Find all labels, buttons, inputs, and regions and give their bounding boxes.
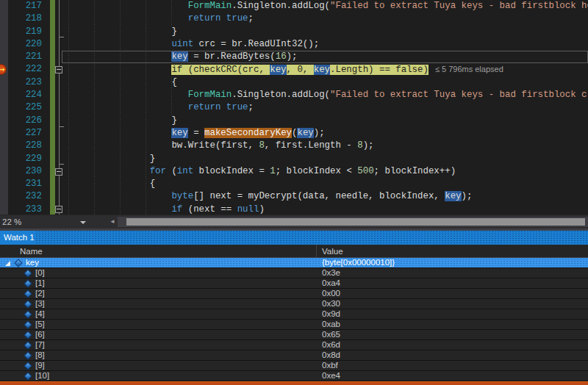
code-token: bw.Write(first, [79, 140, 259, 151]
code-token: } [79, 154, 155, 164]
code-token [79, 90, 188, 100]
status-bar [0, 381, 588, 385]
code-line-218[interactable]: return true; [79, 12, 588, 25]
code-line-222[interactable]: if (checkCRC(crc, key, 0, key.Length) ==… [79, 63, 588, 76]
code-token: (next == [182, 204, 237, 215]
code-line-232[interactable]: byte[] next = myDecrypt(data, needle, bl… [79, 190, 588, 203]
code-token [79, 204, 171, 215]
zoom-dropdown[interactable]: 22 % [0, 215, 88, 229]
code-token: crc = br.ReadUInt32(); [193, 39, 319, 49]
code-line-227[interactable]: key = makeSecondaryKey(key); [79, 127, 588, 140]
field-icon [24, 361, 32, 370]
watch-value: 0xa4 [322, 278, 340, 288]
code-token [220, 102, 226, 112]
code-line-220[interactable]: uint crc = br.ReadUInt32(); [79, 38, 588, 51]
code-token: if [171, 204, 182, 215]
code-token: ); [314, 128, 325, 138]
code-token: key [270, 65, 286, 75]
code-token: .Singleton.addLog( [232, 1, 330, 11]
code-line-224[interactable]: FormMain.Singleton.addLog("Failed to ext… [79, 89, 588, 101]
watch-name: [9] [35, 361, 45, 370]
code-line-221[interactable]: key = br.ReadBytes(16); [79, 51, 588, 63]
column-header-name[interactable]: Name [20, 245, 43, 258]
watch-value: 0x30 [322, 299, 340, 309]
field-icon [24, 341, 32, 349]
code-token: ); [363, 140, 374, 151]
watch-value: 0xbf [322, 361, 338, 370]
code-line-228[interactable]: bw.Write(first, 8, first.Length - 8); [79, 140, 588, 152]
code-token: { [79, 77, 177, 87]
code-token [79, 102, 188, 112]
watch-row-8[interactable]: [8]0x8d [0, 350, 588, 361]
watch-row-10[interactable]: [10]0xe4 [0, 371, 588, 381]
watch-row-5[interactable]: [5]0xab [0, 320, 588, 330]
watch-row-7[interactable]: [7]0x6d [0, 340, 588, 350]
code-line-219[interactable]: } [79, 26, 588, 38]
watch-name: key [26, 258, 39, 267]
code-token: } [79, 115, 177, 126]
code-line-229[interactable]: } [79, 153, 588, 165]
scroll-left-arrow-icon[interactable]: ◄ [107, 217, 118, 227]
watch-row-key[interactable]: key{byte[0x00000010]} [0, 258, 588, 268]
zoom-level-label: 22 % [0, 217, 21, 226]
code-token: = br.ReadBytes( [188, 51, 276, 62]
code-token: int [177, 166, 193, 176]
code-token: 1 [270, 166, 275, 176]
field-icon [24, 320, 32, 328]
watch-row-6[interactable]: [6]0x65 [0, 330, 588, 340]
code-editor[interactable]: 2172182192202212222232242252262272282292… [0, 0, 588, 215]
code-token: [] next = myDecrypt(data, needle, blockI… [193, 191, 445, 201]
perf-tip: ≤ 5 796ms elapsed [435, 65, 503, 73]
code-line-230[interactable]: for (int blockIndex = 1; blockIndex < 50… [79, 165, 588, 178]
code-line-217[interactable]: FormMain.Singleton.addLog("Failed to ext… [79, 0, 588, 12]
watch-name: [4] [35, 309, 45, 319]
code-line-226[interactable]: } [79, 115, 588, 127]
code-token [79, 39, 171, 49]
code-token: FormMain [188, 1, 232, 11]
code-token: = [188, 128, 204, 138]
field-icon [24, 351, 32, 359]
code-token: byte [171, 191, 193, 201]
watch-value: 0x65 [322, 330, 340, 339]
expander-icon[interactable] [5, 261, 10, 266]
code-token: true [226, 13, 248, 24]
watch-name: [3] [35, 299, 45, 309]
code-token: ) [259, 204, 264, 215]
code-line-225[interactable]: return true; [79, 101, 588, 114]
code-token: ( [166, 166, 177, 176]
code-token: 8 [357, 140, 362, 151]
watch-value: 0x9d [322, 309, 340, 319]
watch-panel-titlebar[interactable]: Watch 1 [0, 231, 588, 245]
breakpoint-current-statement-icon[interactable]: → [0, 64, 7, 75]
watch-row-2[interactable]: [2]0x00 [0, 289, 588, 299]
code-token: , first.Length - [265, 140, 357, 151]
code-token: "Failed to extract Tuya keys - bad first… [330, 1, 588, 11]
code-token: key [445, 191, 461, 201]
code-token: .Length) == false) [330, 65, 429, 75]
watch-value: 0x6d [322, 340, 340, 350]
code-line-223[interactable]: { [79, 76, 588, 89]
code-token: ; blockIndex++) [374, 166, 456, 176]
column-header-value[interactable]: Value [322, 245, 343, 258]
watch-row-3[interactable]: [3]0x30 [0, 299, 588, 309]
field-icon [24, 331, 32, 339]
code-lines[interactable]: FormMain.Singleton.addLog("Failed to ext… [0, 0, 588, 215]
watch-value: 0x00 [322, 289, 340, 298]
code-token: if (checkCRC(crc, [171, 65, 270, 75]
code-token: key [314, 65, 330, 75]
watch-name: [7] [35, 340, 45, 350]
code-line-233[interactable]: if (next == null) [79, 204, 588, 215]
watch-row-9[interactable]: [9]0xbf [0, 361, 588, 371]
watch-row-4[interactable]: [4]0x9d [0, 309, 588, 320]
code-line-231[interactable]: { [79, 178, 588, 190]
horizontal-scrollbar-track[interactable] [118, 217, 588, 227]
watch-row-1[interactable]: [1]0xa4 [0, 278, 588, 289]
horizontal-scrollbar-thumb[interactable] [126, 218, 585, 226]
code-token [79, 1, 188, 11]
code-token: , 0, [287, 65, 314, 75]
code-token: return [188, 102, 221, 112]
code-token: 500 [357, 166, 373, 176]
watch-row-0[interactable]: [0]0x3e [0, 268, 588, 278]
field-icon [24, 269, 32, 277]
watch-value: 0x8d [322, 350, 340, 360]
